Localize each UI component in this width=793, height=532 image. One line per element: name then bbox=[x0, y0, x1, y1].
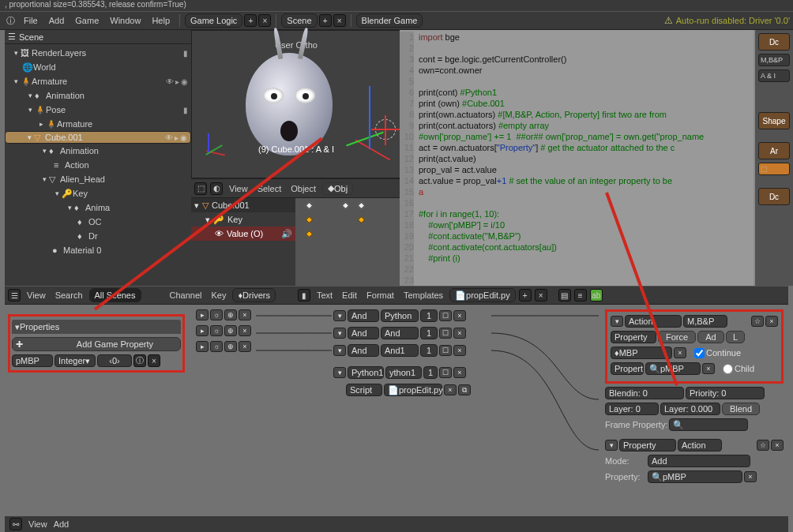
viewport-mode-icon[interactable]: ⬚ bbox=[194, 182, 207, 195]
properties-panel-right: Dc M,B&P A & I Shape Ar ⬚ Dc bbox=[755, 30, 793, 286]
sensor-column: ▸☼⊕× ▸☼⊕× ▸☼⊕× bbox=[196, 309, 257, 357]
outliner-title: Scene bbox=[19, 32, 43, 42]
scene-add[interactable]: + bbox=[319, 14, 332, 27]
prop-delete-button[interactable]: × bbox=[148, 354, 160, 367]
logic-editor[interactable]: ▾ Properties ✚Add Game Property pMBP Int… bbox=[5, 305, 788, 516]
viewport-header: ⬚ ◐ View Select Object ◆ Obj bbox=[191, 178, 401, 197]
active-object-label: (9) Cube.001 : A & I bbox=[258, 144, 334, 154]
engine-select[interactable]: Blender Game bbox=[356, 13, 423, 28]
text-file[interactable]: 📄 propEdit.py bbox=[449, 288, 516, 302]
autorun-warning: ⚠Auto-run disabled: Driver '0.0' bbox=[664, 15, 790, 26]
text-editor[interactable]: 1import bge23cont = bge.logic.getCurrent… bbox=[400, 30, 793, 286]
cursor-3d-icon bbox=[375, 119, 396, 140]
layout-add[interactable]: + bbox=[244, 14, 257, 27]
ar-button[interactable]: Ar bbox=[758, 142, 790, 159]
actuator-column: ▾ Action M,B&P ☆× Property Force Ad L ♦ … bbox=[605, 309, 784, 483]
child-check[interactable] bbox=[723, 364, 733, 374]
layout-del[interactable]: × bbox=[258, 14, 271, 27]
continue-check[interactable] bbox=[694, 348, 705, 358]
prop-type-select[interactable]: Integer ▾ bbox=[54, 354, 96, 367]
viewport-shade-icon[interactable]: ◐ bbox=[210, 182, 223, 195]
menu-window[interactable]: Window bbox=[105, 16, 145, 25]
do-button[interactable]: Dc bbox=[758, 33, 790, 51]
outliner-type-icon[interactable]: ☰ bbox=[8, 289, 21, 302]
logic-editor-icon[interactable]: ⚯ bbox=[9, 518, 22, 530]
top-status: , proportional size=0.385543, release co… bbox=[0, 0, 793, 11]
menu-help[interactable]: Help bbox=[147, 16, 175, 25]
outliner: ☰ Scene ▾🖼RenderLayers▮ 🌐World ▾🧍Armatur… bbox=[5, 30, 191, 286]
menu-game[interactable]: Game bbox=[70, 16, 103, 25]
scene-del[interactable]: × bbox=[333, 14, 346, 27]
outliner-tree[interactable]: ▾🖼RenderLayers▮ 🌐World ▾🧍Armature👁▸◉ ▾♦A… bbox=[5, 44, 191, 286]
axis-icon bbox=[201, 130, 228, 157]
warning-icon: ⚠ bbox=[664, 15, 673, 26]
scene-select[interactable]: Scene bbox=[281, 13, 317, 28]
text-editor-icon[interactable]: ▮ bbox=[298, 289, 310, 302]
prop-value-field[interactable]: ‹ 0 › bbox=[97, 354, 132, 367]
menu-file[interactable]: File bbox=[19, 16, 43, 25]
outliner-icon[interactable]: ☰ bbox=[8, 32, 16, 42]
logic-header: ⚯ View Add bbox=[5, 516, 788, 532]
shape-button[interactable]: Shape bbox=[758, 112, 790, 129]
prop-info-icon[interactable]: ⓘ bbox=[133, 354, 146, 367]
menu-add[interactable]: Add bbox=[44, 16, 70, 25]
blender-icon[interactable]: ⓘ bbox=[3, 13, 17, 28]
prop-name-field[interactable]: pMBP bbox=[12, 354, 53, 367]
viewport-menu-object[interactable]: Object bbox=[288, 184, 319, 193]
add-game-property-button[interactable]: ✚Add Game Property bbox=[12, 337, 181, 351]
drivers-mode[interactable]: ♦ Drivers bbox=[232, 288, 275, 302]
screen-layout[interactable]: Game Logic bbox=[185, 13, 242, 28]
mid-search[interactable]: Search bbox=[52, 290, 86, 300]
mid-view[interactable]: View bbox=[24, 290, 49, 300]
info-header: ⓘ File Add Game Window Help Game Logic +… bbox=[0, 11, 793, 30]
mode-button[interactable]: ◆ Obj bbox=[322, 182, 353, 195]
properties-panel: ▾ Properties ✚Add Game Property pMBP Int… bbox=[8, 314, 185, 373]
controller-column: ▾AndPython1☐× ▾AndAnd1☐× ▾AndAnd11☐× ▾Py… bbox=[333, 309, 491, 401]
